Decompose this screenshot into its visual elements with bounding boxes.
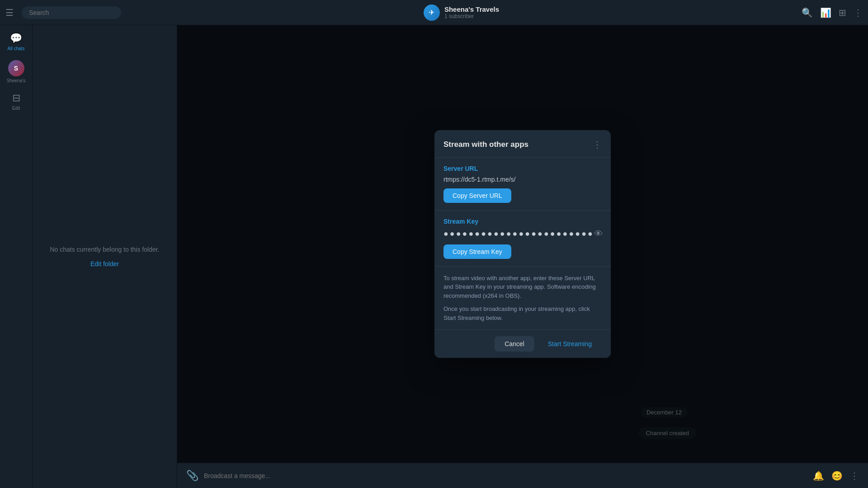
server-url-section: Server URL rtmps://dc5-1.rtmp.t.me/s/ Co… xyxy=(434,158,611,211)
chat-list-panel: No chats currently belong to this folder… xyxy=(33,25,177,488)
start-streaming-button[interactable]: Start Streaming xyxy=(538,336,602,352)
stream-key-label: Stream Key xyxy=(443,218,602,225)
sidebar-item-all-chats[interactable]: 💬 All chats xyxy=(2,29,31,55)
stream-key-section: Stream Key ●●●●●●●●●●●●●●●●●●●●●●●● 👁 Co… xyxy=(434,211,611,267)
channel-info: Sheena's Travels 1 subscriber xyxy=(444,5,499,19)
chat-list-empty-text: No chats currently belong to this folder… xyxy=(41,246,168,253)
copy-server-url-label: Copy Server URL xyxy=(453,192,502,199)
stream-dialog: Stream with other apps ⋮ Server URL rtmp… xyxy=(434,130,611,358)
dialog-more-icon[interactable]: ⋮ xyxy=(593,139,602,150)
channel-avatar-icon: ✈ xyxy=(429,8,434,17)
copy-stream-key-button[interactable]: Copy Stream Key xyxy=(443,244,511,259)
info-text-2: Once you start broadcasting in your stre… xyxy=(443,305,602,322)
sheenas-avatar: S xyxy=(8,60,24,76)
broadcast-input[interactable] xyxy=(204,472,807,479)
bottom-bar-actions: 🔔 😊 ⋮ xyxy=(813,470,859,481)
sidebar-item-edit[interactable]: ⊟ Edit xyxy=(2,89,31,114)
sidebar-item-sheenas-label: Sheena's xyxy=(7,78,25,83)
copy-server-url-button[interactable]: Copy Server URL xyxy=(443,188,511,203)
emoji-icon[interactable]: 😊 xyxy=(831,470,843,481)
sidebar: 💬 All chats S Sheena's ⊟ Edit xyxy=(0,25,33,488)
channel-header: ✈ Sheena's Travels 1 subscriber xyxy=(121,5,802,21)
channel-avatar: ✈ xyxy=(424,5,440,21)
sidebar-item-edit-label: Edit xyxy=(12,106,20,111)
channel-subscribers: 1 subscriber xyxy=(444,13,499,19)
edit-folder-link[interactable]: Edit folder xyxy=(90,260,119,267)
sidebar-item-all-chats-label: All chats xyxy=(8,46,25,51)
copy-stream-key-label: Copy Stream Key xyxy=(453,248,502,255)
channel-name: Sheena's Travels xyxy=(444,5,499,13)
cancel-button[interactable]: Cancel xyxy=(495,336,534,352)
stream-key-dots: ●●●●●●●●●●●●●●●●●●●●●●●● xyxy=(443,229,594,239)
dialog-footer: Cancel Start Streaming xyxy=(434,330,611,358)
layout-icon[interactable]: ⊞ xyxy=(839,7,846,18)
sidebar-item-sheenas[interactable]: S Sheena's xyxy=(2,56,31,87)
stream-key-value-row: ●●●●●●●●●●●●●●●●●●●●●●●● 👁 xyxy=(443,229,602,239)
content-area: December 12 Channel created Stream with … xyxy=(177,25,868,488)
dialog-title: Stream with other apps xyxy=(443,140,528,149)
info-text-1: To stream video with another app, enter … xyxy=(443,274,602,300)
modal-overlay: Stream with other apps ⋮ Server URL rtmp… xyxy=(177,25,868,463)
chat-list-empty: No chats currently belong to this folder… xyxy=(41,246,168,267)
attach-icon[interactable]: 📎 xyxy=(186,470,198,482)
main-layout: 💬 All chats S Sheena's ⊟ Edit No chats c… xyxy=(0,25,868,488)
bottom-bar: 📎 🔔 😊 ⋮ xyxy=(177,463,868,488)
more-options-icon[interactable]: ⋮ xyxy=(850,470,859,481)
server-url-value: rtmps://dc5-1.rtmp.t.me/s/ xyxy=(443,176,602,183)
dialog-header: Stream with other apps ⋮ xyxy=(434,130,611,158)
server-url-label: Server URL xyxy=(443,165,602,172)
topbar: ☰ ✈ Sheena's Travels 1 subscriber 🔍 📊 ⊞ … xyxy=(0,0,868,25)
dialog-info: To stream video with another app, enter … xyxy=(434,267,611,330)
more-icon[interactable]: ⋮ xyxy=(854,7,863,18)
messages-area: December 12 Channel created Stream with … xyxy=(177,25,868,463)
all-chats-icon: 💬 xyxy=(10,33,22,44)
menu-icon[interactable]: ☰ xyxy=(5,7,22,18)
search-input[interactable] xyxy=(22,6,121,19)
topbar-actions: 🔍 📊 ⊞ ⋮ xyxy=(802,7,863,18)
search-icon[interactable]: 🔍 xyxy=(802,7,813,18)
stats-icon[interactable]: 📊 xyxy=(820,7,831,18)
eye-icon[interactable]: 👁 xyxy=(594,229,603,239)
edit-icon: ⊟ xyxy=(12,92,20,104)
bell-icon[interactable]: 🔔 xyxy=(813,470,824,481)
